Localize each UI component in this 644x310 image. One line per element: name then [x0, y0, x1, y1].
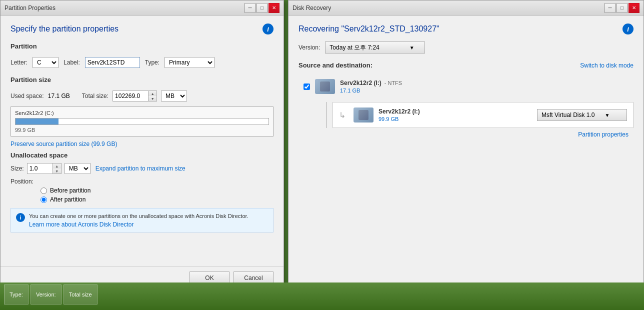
left-header: Specify the partition properties i: [10, 24, 274, 34]
partition-section-title: Partition: [10, 42, 274, 52]
total-size-up[interactable]: ▲: [148, 91, 156, 96]
taskbar-type-label: Type:: [10, 292, 23, 298]
right-titlebar-controls: ─ □ ✕: [604, 3, 640, 13]
partition-visual-label: Serv2k12r2 (C:): [15, 110, 269, 116]
type-label: Type:: [145, 59, 160, 66]
letter-label: Letter:: [10, 59, 28, 66]
unallocated-size-row: Size: ▲ ▼ MB GB Expand partition to maxi…: [10, 163, 274, 174]
before-label: Before partition: [50, 187, 90, 194]
version-arrow-icon: ▼: [410, 45, 414, 50]
dest-dropdown[interactable]: Msft Virtual Disk 1.0 ▼: [537, 109, 627, 121]
total-size-down[interactable]: ▼: [148, 96, 156, 101]
dest-drive-size: 99.9 GB: [378, 116, 532, 122]
after-label: After partition: [50, 196, 86, 203]
preserve-link[interactable]: Preserve source partition size (99.9 GB): [10, 140, 117, 148]
right-restore-btn[interactable]: □: [616, 3, 628, 13]
source-drive-info: Serv2k12r2 (I:) - NTFS 17.1 GB: [340, 80, 628, 94]
dest-actions: Partition properties: [298, 131, 628, 138]
source-drive-name: Serv2k12r2 (I:): [340, 80, 382, 86]
left-title: Partition Properties: [4, 4, 56, 12]
after-radio-row: After partition: [40, 196, 274, 203]
left-titlebar: Partition Properties ─ □ ✕: [0, 0, 284, 16]
help-icon[interactable]: i: [262, 24, 274, 34]
source-dest-title: Source and destination:: [298, 62, 372, 69]
connector-arrow-icon: ↳: [339, 110, 346, 120]
partition-properties-link[interactable]: Partition properties: [578, 131, 628, 138]
source-disk-icon: [315, 79, 335, 94]
partition-visual: Serv2k12r2 (C:) 99.9 GB: [10, 106, 274, 136]
version-label: Version:: [298, 44, 320, 51]
position-row: Position:: [10, 178, 274, 185]
size-field-label: Size:: [10, 165, 24, 172]
dest-connector: ↳ Serv2k12r2 (I:) 99.9 GB Msft Virtual D…: [326, 102, 634, 128]
switch-mode-link[interactable]: Switch to disk mode: [580, 62, 634, 69]
dest-drive-name: Serv2k12r2 (I:): [378, 108, 420, 115]
info-content: You can create one or more partitions on…: [29, 212, 248, 228]
partition-size-row: Used space: 17.1 GB Total size: ▲ ▼ MB G…: [10, 90, 274, 102]
label-input[interactable]: [85, 57, 140, 68]
progress-bar-fill: [16, 118, 58, 124]
source-checkbox[interactable]: [304, 84, 310, 90]
version-value: Today at 오후 7:24: [330, 44, 379, 52]
version-dropdown[interactable]: Today at 오후 7:24 ▼: [325, 42, 425, 54]
position-label: Position:: [10, 178, 34, 185]
total-size-input-container: ▲ ▼: [112, 90, 157, 102]
unallocated-size-down[interactable]: ▼: [53, 168, 61, 174]
dest-item: ↳ Serv2k12r2 (I:) 99.9 GB Msft Virtual D…: [332, 102, 634, 128]
left-content: Specify the partition properties i Parti…: [0, 16, 284, 266]
unallocated-size-container: ▲ ▼: [27, 163, 62, 174]
unallocated-unit[interactable]: MB GB: [64, 163, 90, 174]
left-heading: Specify the partition properties: [10, 24, 118, 34]
right-heading: Recovering "Serv2k12r2_STD_130927": [298, 24, 440, 34]
connector-corner: ↳: [339, 110, 346, 120]
unallocated-size-up[interactable]: ▲: [53, 164, 61, 168]
unallocated-size-input[interactable]: [28, 164, 52, 174]
expand-link[interactable]: Expand partition to maximum size: [96, 165, 186, 172]
right-title: Disk Recovery: [292, 4, 331, 12]
partition-size-title: Partition size: [10, 76, 274, 86]
total-size-unit[interactable]: MB GB: [161, 90, 187, 102]
unallocated-size-spinner: ▲ ▼: [52, 164, 61, 174]
source-dest-header: Source and destination: Switch to disk m…: [298, 62, 634, 69]
right-content: Recovering "Serv2k12r2_STD_130927" i Ver…: [288, 16, 644, 286]
type-select[interactable]: Primary Logical Extended: [164, 57, 214, 68]
right-minimize-btn[interactable]: ─: [604, 3, 616, 13]
disk-recovery-dialog: Disk Recovery ─ □ ✕ Recovering "Serv2k12…: [288, 0, 644, 310]
taskbar: Type: Version: Total size: [0, 282, 644, 310]
before-radio[interactable]: [40, 188, 47, 194]
total-size-input[interactable]: [113, 91, 148, 101]
used-space-value: 17.1 GB: [48, 92, 70, 100]
label-label: Label:: [64, 59, 80, 66]
partition-fields-row: Letter: C D E Label: Type: Primary Logic…: [10, 57, 274, 68]
unallocated-title: Unallocated space: [10, 152, 274, 159]
after-radio[interactable]: [40, 196, 47, 203]
letter-select[interactable]: C D E: [32, 57, 58, 68]
taskbar-item-type[interactable]: Type:: [4, 284, 28, 304]
taskbar-item-version[interactable]: Version:: [30, 284, 62, 304]
source-type-badge: - NTFS: [384, 80, 402, 86]
left-titlebar-controls: ─ □ ✕: [244, 3, 280, 13]
source-checkbox-container: [304, 84, 310, 90]
info-box: i You can create one or more partitions …: [10, 208, 274, 232]
unallocated-section: Unallocated space Size: ▲ ▼ MB GB Expand…: [10, 152, 274, 232]
dest-type-value: Msft Virtual Disk 1.0: [542, 112, 594, 118]
taskbar-version-label: Version:: [36, 292, 56, 298]
right-header: Recovering "Serv2k12r2_STD_130927" i: [298, 24, 634, 34]
info-text: You can create one or more partitions on…: [29, 213, 248, 219]
dest-drive-info: Serv2k12r2 (I:) 99.9 GB: [378, 108, 532, 122]
panel-divider: [284, 0, 288, 310]
right-titlebar: Disk Recovery ─ □ ✕: [288, 0, 644, 16]
before-radio-row: Before partition: [40, 187, 274, 194]
used-space-label: Used space:: [10, 92, 44, 100]
right-close-btn[interactable]: ✕: [628, 3, 640, 13]
info-link[interactable]: Learn more about Acronis Disk Director: [29, 221, 248, 228]
connector-vertical: [326, 102, 326, 128]
taskbar-item-totalsize[interactable]: Total size: [64, 284, 98, 304]
partition-properties-dialog: Partition Properties ─ □ ✕ Specify the p…: [0, 0, 284, 290]
dest-disk-icon: [354, 108, 374, 122]
left-close-btn[interactable]: ✕: [268, 3, 280, 13]
partition-visual-size: 99.9 GB: [15, 127, 269, 133]
left-minimize-btn[interactable]: ─: [244, 3, 256, 13]
left-restore-btn[interactable]: □: [256, 3, 268, 13]
right-help-icon[interactable]: i: [622, 24, 634, 34]
